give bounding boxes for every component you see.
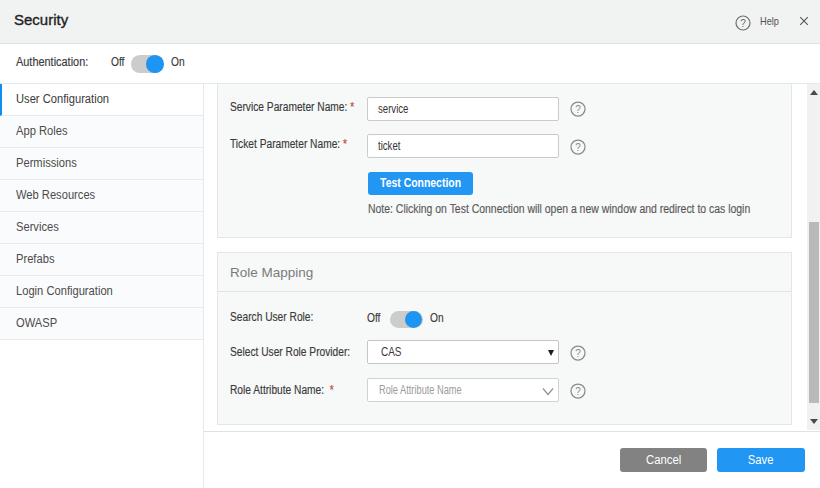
svg-text:?: ? (575, 141, 581, 152)
svg-text:?: ? (575, 347, 581, 358)
svg-text:?: ? (575, 104, 581, 115)
svg-text:?: ? (740, 17, 746, 28)
svg-text:?: ? (575, 385, 581, 396)
